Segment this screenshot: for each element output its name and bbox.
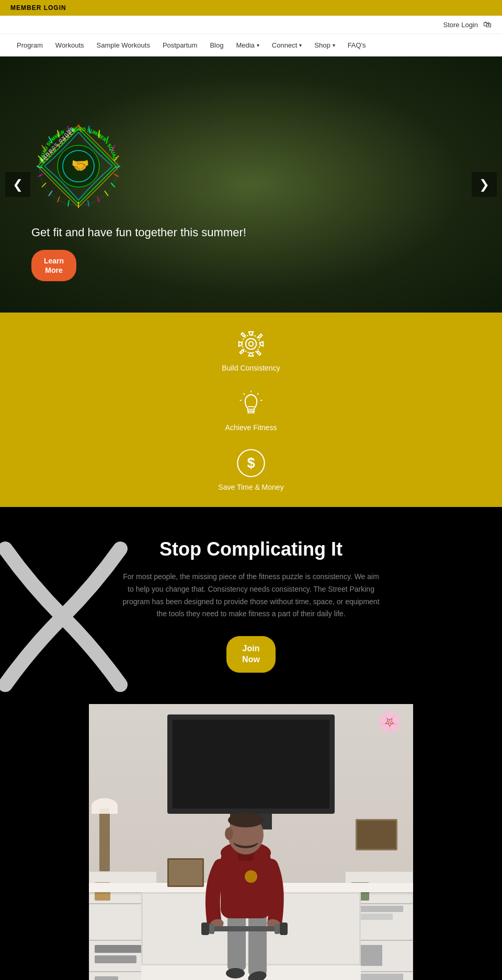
svg-rect-61: [209, 924, 214, 934]
svg-line-22: [42, 183, 46, 187]
nav-workouts[interactable]: Workouts: [49, 34, 90, 56]
svg-point-64: [245, 870, 257, 883]
svg-line-19: [68, 200, 69, 206]
person-figure: [183, 798, 309, 980]
hero-next-arrow[interactable]: ❯: [472, 172, 497, 197]
squad-summer-logo: 🤝 · SQUAD SUMMER · SQUAD SUMMER · SQUAD: [31, 119, 126, 213]
svg-point-49: [226, 968, 245, 978]
nav-program[interactable]: Program: [10, 34, 49, 56]
shop-dropdown-caret: ▾: [333, 42, 335, 48]
svg-rect-59: [204, 926, 285, 931]
svg-point-57: [225, 827, 233, 840]
feature-fitness-label: Achieve Fitness: [225, 423, 277, 432]
media-dropdown-caret: ▾: [257, 42, 259, 48]
svg-rect-63: [275, 924, 280, 934]
svg-point-34: [242, 335, 260, 353]
svg-rect-47: [227, 913, 246, 971]
gear-icon: [235, 328, 267, 360]
svg-line-41: [243, 393, 245, 395]
feature-money: $ Save Time & Money: [218, 447, 283, 491]
store-login-row: Store Login 🛍: [0, 16, 502, 33]
photo-section: 🌸: [0, 704, 502, 980]
hero-prev-arrow[interactable]: ❮: [5, 172, 30, 197]
features-bar-wrapper: Build Consistency: [0, 313, 502, 507]
nav-media[interactable]: Media ▾: [230, 34, 265, 56]
nav-postpartum[interactable]: Postpartum: [156, 34, 203, 56]
hero-learn-more-button[interactable]: Learn More: [31, 250, 76, 281]
svg-point-33: [249, 342, 254, 347]
workout-photo: 🌸: [89, 704, 413, 980]
hero-section: ❮ 🤝: [0, 56, 502, 313]
svg-line-8: [99, 130, 99, 138]
nav-connect[interactable]: Connect ▾: [266, 34, 308, 56]
member-login-label: MEMBER LOGIN: [10, 4, 66, 11]
connect-dropdown-caret: ▾: [299, 42, 302, 48]
store-login-link[interactable]: Store Login: [443, 21, 478, 29]
svg-line-14: [111, 183, 115, 187]
features-bar: Build Consistency: [105, 313, 397, 507]
feature-consistency: Build Consistency: [222, 328, 280, 372]
svg-point-58: [228, 813, 264, 827]
svg-line-42: [257, 393, 259, 395]
svg-text:$: $: [247, 455, 255, 471]
hero-tagline: Get fit and have fun together this summe…: [31, 226, 246, 239]
svg-rect-62: [280, 923, 288, 935]
svg-text:🤝: 🤝: [71, 157, 89, 174]
member-login-bar[interactable]: MEMBER LOGIN: [0, 0, 502, 16]
feature-fitness: Achieve Fitness: [225, 388, 277, 432]
feature-money-label: Save Time & Money: [218, 483, 283, 491]
svg-rect-60: [201, 923, 209, 935]
nav-shop[interactable]: Shop ▾: [308, 34, 341, 56]
svg-rect-48: [248, 913, 267, 976]
stop-complicating-section: Stop Complicating It For most people, th…: [0, 507, 502, 704]
nav-sample-workouts[interactable]: Sample Workouts: [90, 34, 156, 56]
nav-blog[interactable]: Blog: [203, 34, 230, 56]
svg-line-17: [88, 200, 89, 206]
stop-title: Stop Complicating It: [21, 538, 481, 560]
main-nav: Program Workouts Sample Workouts Postpar…: [0, 33, 502, 56]
stop-body-text: For most people, the missing piece of th…: [120, 571, 382, 620]
feature-consistency-label: Build Consistency: [222, 364, 280, 372]
cart-icon[interactable]: 🛍: [483, 20, 492, 29]
dollar-icon: $: [235, 447, 267, 479]
hero-content: 🤝 · SQUAD SUMMER · SQUAD SUMMER · SQUAD: [0, 119, 246, 281]
bulb-icon: [235, 388, 267, 419]
join-now-button[interactable]: Join Now: [226, 636, 276, 673]
nav-faqs[interactable]: FAQ's: [341, 34, 372, 56]
